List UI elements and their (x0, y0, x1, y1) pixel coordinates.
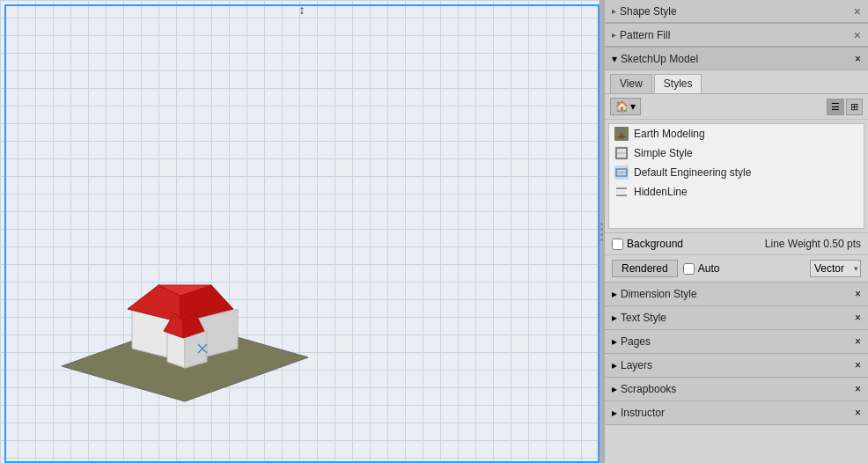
shape-style-close[interactable]: × (854, 5, 861, 18)
style-label-hiddenline: HiddenLine (634, 186, 688, 198)
background-checkbox[interactable] (612, 239, 623, 250)
home-button[interactable]: 🏠 ▾ (610, 98, 641, 115)
text-style-close[interactable]: × (855, 312, 861, 324)
home-dropdown-icon: ▾ (630, 100, 636, 113)
style-item-earth-modeling[interactable]: Earth Modeling (609, 124, 864, 143)
auto-label: Auto (698, 262, 720, 275)
auto-checkbox[interactable] (683, 263, 695, 275)
layers-close[interactable]: × (855, 359, 861, 371)
sketchup-model-close[interactable]: × (855, 53, 861, 65)
scrapbooks-section: ▸ Scrapbooks × (605, 378, 868, 401)
dimension-style-header[interactable]: ▸ Dimension Style × (605, 283, 868, 305)
pages-header[interactable]: ▸ Pages × (605, 330, 868, 353)
pages-close[interactable]: × (855, 335, 861, 348)
vector-select-container: Vector Raster Hybrid ▾ (810, 260, 861, 277)
pages-label: Pages (621, 335, 651, 348)
layers-section: ▸ Layers × (605, 354, 868, 378)
background-label: Background (627, 238, 683, 250)
style-label-default-engineering: Default Engineering style (634, 166, 751, 179)
pages-arrow: ▸ (612, 335, 617, 348)
grid-view-icon: ⊞ (850, 101, 858, 112)
text-style-label: Text Style (621, 312, 666, 324)
instructor-close[interactable]: × (855, 407, 861, 419)
style-label-simple-style: Simple Style (634, 147, 693, 159)
scrapbooks-label: Scrapbooks (621, 383, 676, 395)
style-item-default-engineering[interactable]: Default Engineering style (609, 163, 864, 182)
layers-arrow: ▸ (612, 359, 617, 371)
right-panel: ▸ Shape Style × ▸ Pattern Fill × ▾ Sketc… (604, 0, 868, 463)
lineweight-text: Line Weight 0.50 pts (765, 238, 861, 250)
style-item-hiddenline[interactable]: HiddenLine (609, 182, 864, 202)
shape-style-arrow: ▸ (612, 6, 616, 16)
sketchup-model-header[interactable]: ▾ SketchUp Model × (605, 48, 868, 70)
default-engineering-icon (614, 165, 629, 180)
layers-label: Layers (621, 359, 652, 371)
style-label-earth-modeling: Earth Modeling (634, 128, 705, 140)
scrapbooks-header[interactable]: ▸ Scrapbooks × (605, 378, 868, 401)
instructor-header[interactable]: ▸ Instructor × (605, 401, 868, 424)
sketchup-arrow: ▾ (612, 53, 617, 65)
shape-style-section: ▸ Shape Style × (605, 0, 868, 24)
rendered-button[interactable]: Rendered (612, 260, 678, 277)
hiddenline-icon (614, 185, 629, 199)
panel-divider[interactable] (600, 0, 604, 463)
style-item-simple-style[interactable]: Simple Style (609, 143, 864, 163)
simple-style-icon (614, 146, 629, 160)
home-icon: 🏠 (615, 100, 629, 113)
sketchup-model-label: SketchUp Model (621, 53, 698, 65)
sketchup-model-section: ▾ SketchUp Model × View Styles 🏠 ▾ (605, 48, 868, 283)
shape-style-header[interactable]: ▸ Shape Style × (605, 0, 868, 23)
dimension-style-close[interactable]: × (855, 288, 861, 300)
scrapbooks-close[interactable]: × (855, 383, 861, 395)
list-view-icon: ☰ (831, 101, 840, 112)
pattern-fill-close[interactable]: × (854, 29, 861, 41)
tab-view[interactable]: View (610, 74, 652, 93)
text-style-header[interactable]: ▸ Text Style × (605, 306, 868, 329)
background-lineweight-row: Background Line Weight 0.50 pts (605, 232, 868, 254)
vector-select[interactable]: Vector Raster Hybrid (810, 260, 861, 277)
layers-header[interactable]: ▸ Layers × (605, 354, 868, 377)
instructor-label: Instructor (621, 407, 665, 419)
pattern-fill-label: Pattern Fill (620, 29, 670, 41)
dimension-style-section: ▸ Dimension Style × (605, 283, 868, 306)
scrapbooks-arrow: ▸ (612, 383, 617, 395)
pattern-fill-arrow: ▸ (612, 30, 616, 40)
3d-model (44, 225, 326, 419)
dimension-style-label: Dimension Style (621, 288, 697, 300)
sketchup-tabs-row: View Styles (605, 70, 868, 94)
list-view-button[interactable]: ☰ (827, 99, 844, 115)
pattern-fill-section: ▸ Pattern Fill × (605, 24, 868, 48)
view-toggle-icons: ☰ ⊞ (827, 99, 863, 115)
background-checkbox-label[interactable]: Background (612, 238, 683, 250)
text-style-arrow: ▸ (612, 312, 617, 324)
dimension-style-arrow: ▸ (612, 288, 617, 300)
text-style-section: ▸ Text Style × (605, 306, 868, 330)
vector-select-wrapper: Vector Raster Hybrid ▾ (810, 260, 861, 277)
canvas-area: ↕ (0, 0, 604, 463)
pattern-fill-header[interactable]: ▸ Pattern Fill × (605, 24, 868, 47)
render-row: Rendered Auto Vector Raster Hybrid ▾ (605, 254, 868, 282)
resize-handle[interactable]: ↕ (299, 3, 305, 17)
instructor-section: ▸ Instructor × (605, 401, 868, 425)
styles-list: Earth Modeling Simple Style Default Engi… (608, 123, 864, 229)
earth-modeling-icon (614, 127, 629, 141)
tab-styles[interactable]: Styles (654, 74, 702, 93)
grid-view-button[interactable]: ⊞ (846, 99, 863, 115)
pages-section: ▸ Pages × (605, 330, 868, 354)
instructor-arrow: ▸ (612, 407, 617, 419)
styles-toolbar: 🏠 ▾ ☰ ⊞ (605, 94, 868, 120)
auto-checkbox-label[interactable]: Auto (683, 262, 720, 275)
shape-style-label: Shape Style (620, 5, 677, 18)
